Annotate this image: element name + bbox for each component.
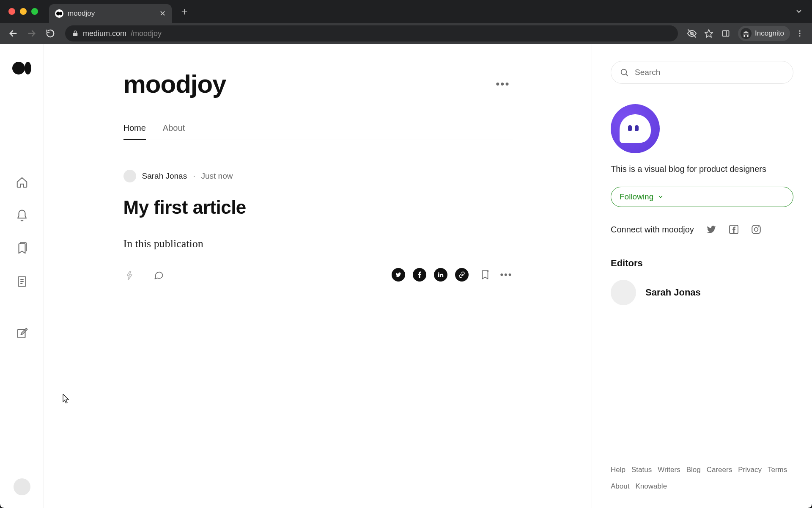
share-twitter-button[interactable] <box>392 268 405 282</box>
svg-point-24 <box>758 226 759 228</box>
main-column: moodjoy ••• Home About Sarah Jonas · Jus… <box>44 44 592 508</box>
social-twitter-icon[interactable] <box>706 224 717 235</box>
footer-link[interactable]: Careers <box>707 464 732 476</box>
save-bookmark-button[interactable] <box>480 269 491 280</box>
url-host: medium.com <box>83 29 126 38</box>
svg-point-0 <box>56 12 60 16</box>
post-time: Just now <box>201 171 233 181</box>
footer-link[interactable]: Help <box>611 464 625 476</box>
post-card: Sarah Jonas · Just now My first article … <box>123 170 513 282</box>
footer-link[interactable]: Knowable <box>635 480 667 493</box>
footer-link[interactable]: About <box>611 480 629 493</box>
post-meta: Sarah Jonas · Just now <box>123 170 513 182</box>
connect-label: Connect with moodjoy <box>611 225 694 235</box>
author-name[interactable]: Sarah Jonas <box>142 171 187 181</box>
share-linkedin-button[interactable] <box>434 268 447 282</box>
ghost-icon <box>620 114 651 143</box>
svg-point-1 <box>60 12 62 16</box>
address-bar[interactable]: medium.com/moodjoy <box>65 25 678 41</box>
meta-separator: · <box>193 171 195 181</box>
following-button[interactable]: Following <box>611 187 793 207</box>
svg-point-23 <box>754 228 758 232</box>
publication-more-button[interactable]: ••• <box>493 75 512 93</box>
svg-line-20 <box>626 74 628 76</box>
sidebar-user-avatar[interactable] <box>14 478 30 495</box>
sidebar-bookmarks-icon[interactable] <box>16 242 28 255</box>
post-title[interactable]: My first article <box>123 197 513 218</box>
footer-link[interactable]: Privacy <box>738 464 762 476</box>
svg-marker-6 <box>705 30 713 37</box>
social-instagram-icon[interactable] <box>751 224 762 235</box>
sidebar-home-icon[interactable] <box>16 176 28 189</box>
browser-tab[interactable]: moodjoy ✕ <box>49 4 172 23</box>
window-close-button[interactable] <box>8 8 15 15</box>
publication-description: This is a visual blog for product design… <box>611 164 793 174</box>
comment-button[interactable] <box>153 269 164 280</box>
tab-home[interactable]: Home <box>123 117 146 140</box>
author-avatar[interactable] <box>123 170 136 182</box>
editor-row[interactable]: Sarah Jonas <box>611 280 793 305</box>
editors-heading: Editors <box>611 258 793 269</box>
share-facebook-button[interactable] <box>413 268 426 282</box>
svg-point-19 <box>621 69 627 75</box>
search-icon <box>620 68 629 77</box>
url-path: /moodjoy <box>131 29 162 38</box>
browser-toolbar: medium.com/moodjoy Incognito <box>0 23 812 44</box>
browser-menu-button[interactable] <box>793 26 807 41</box>
clap-button[interactable] <box>123 269 135 281</box>
incognito-icon <box>741 28 752 39</box>
chevron-down-icon <box>658 194 664 200</box>
tab-title: moodjoy <box>68 9 155 18</box>
copy-link-button[interactable] <box>455 268 469 282</box>
medium-logo[interactable] <box>12 62 31 75</box>
footer-link[interactable]: Status <box>631 464 652 476</box>
nav-back-button[interactable] <box>5 25 21 41</box>
footer-link[interactable]: Writers <box>658 464 680 476</box>
editor-name: Sarah Jonas <box>645 287 701 298</box>
incognito-label: Incognito <box>755 29 784 38</box>
nav-reload-button[interactable] <box>42 25 58 41</box>
footer-links: Help Status Writers Blog Careers Privacy… <box>611 464 793 493</box>
search-box[interactable] <box>611 61 793 84</box>
window-minimize-button[interactable] <box>20 8 27 15</box>
nav-forward-button[interactable] <box>24 25 40 41</box>
svg-point-11 <box>799 35 800 36</box>
browser-tab-strip: moodjoy ✕ ＋ <box>0 0 812 23</box>
svg-point-10 <box>799 33 800 34</box>
sidebar-write-icon[interactable] <box>16 327 28 340</box>
svg-rect-7 <box>723 30 729 36</box>
footer-link[interactable]: Terms <box>768 464 787 476</box>
editor-avatar <box>611 280 636 305</box>
tab-about[interactable]: About <box>163 117 185 140</box>
app-sidebar <box>0 44 44 508</box>
incognito-indicator[interactable]: Incognito <box>738 26 790 41</box>
tab-close-button[interactable]: ✕ <box>159 9 166 18</box>
lock-icon <box>72 30 79 37</box>
sidebar-divider <box>15 311 29 311</box>
search-input[interactable] <box>635 68 785 77</box>
social-facebook-icon[interactable] <box>729 224 739 235</box>
tracking-off-icon[interactable] <box>685 26 699 41</box>
right-rail: This is a visual blog for product design… <box>592 44 812 508</box>
footer-link[interactable]: Blog <box>686 464 701 476</box>
sidebar-notifications-icon[interactable] <box>16 209 28 222</box>
tab-favicon <box>55 9 63 18</box>
bookmark-star-icon[interactable] <box>702 26 716 41</box>
following-label: Following <box>620 192 653 202</box>
publication-title: moodjoy <box>123 69 226 99</box>
publication-tabs: Home About <box>123 117 513 140</box>
post-more-button[interactable]: ••• <box>500 269 512 280</box>
svg-point-9 <box>799 30 800 32</box>
new-tab-button[interactable]: ＋ <box>179 5 189 18</box>
window-controls <box>8 8 38 15</box>
window-maximize-button[interactable] <box>31 8 38 15</box>
sidebar-stories-icon[interactable] <box>16 275 28 288</box>
side-panel-icon[interactable] <box>719 26 733 41</box>
post-excerpt: In this publication <box>123 237 513 250</box>
publication-avatar[interactable] <box>611 104 660 153</box>
tabs-overflow-button[interactable] <box>795 8 803 15</box>
